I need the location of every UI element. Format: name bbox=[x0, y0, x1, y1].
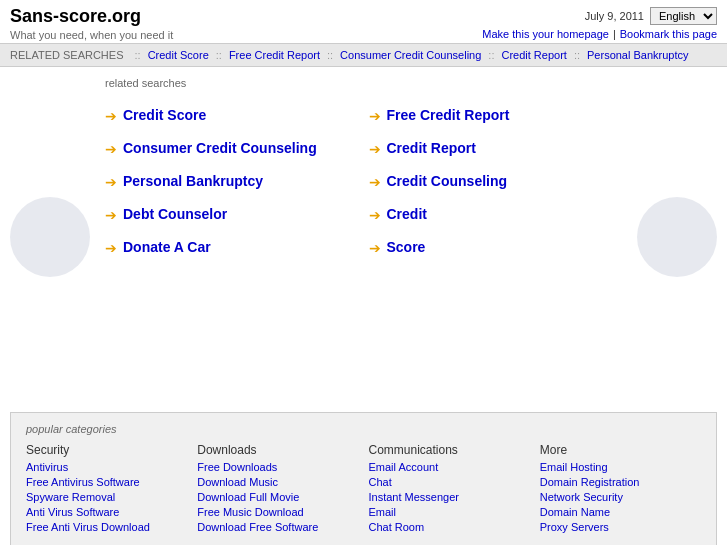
link-consumer-credit-counseling[interactable]: Consumer Credit Counseling bbox=[123, 140, 317, 156]
make-homepage-link[interactable]: Make this your homepage bbox=[482, 28, 609, 40]
deco-left bbox=[0, 67, 100, 407]
main-content: related searches ➔ Credit Score ➔ Free C… bbox=[0, 67, 727, 407]
cat-link-email[interactable]: Email bbox=[369, 506, 530, 518]
sep1: :: bbox=[135, 49, 141, 61]
related-bar-link-2[interactable]: Consumer Credit Counseling bbox=[340, 49, 481, 61]
link-item: ➔ Free Credit Report bbox=[364, 99, 628, 132]
sep5: :: bbox=[574, 49, 580, 61]
cat-link-antivirus-software[interactable]: Anti Virus Software bbox=[26, 506, 187, 518]
cat-link-spyware[interactable]: Spyware Removal bbox=[26, 491, 187, 503]
arrow-icon: ➔ bbox=[369, 240, 381, 256]
center-content: related searches ➔ Credit Score ➔ Free C… bbox=[100, 67, 627, 407]
cat-title-downloads: Downloads bbox=[197, 443, 358, 457]
cat-link-instant-messenger[interactable]: Instant Messenger bbox=[369, 491, 530, 503]
cat-link-free-antivirus[interactable]: Free Antivirus Software bbox=[26, 476, 187, 488]
cat-link-download-software[interactable]: Download Free Software bbox=[197, 521, 358, 533]
link-item: ➔ Credit bbox=[364, 198, 628, 231]
related-bar-link-4[interactable]: Personal Bankruptcy bbox=[587, 49, 689, 61]
arrow-icon: ➔ bbox=[369, 108, 381, 124]
date-text: July 9, 2011 bbox=[585, 10, 644, 22]
link-separator: | bbox=[613, 28, 616, 40]
links-grid: ➔ Credit Score ➔ Free Credit Report ➔ Co… bbox=[100, 99, 627, 264]
top-right: July 9, 2011 English Make this your home… bbox=[482, 7, 717, 40]
related-bar-link-3[interactable]: Credit Report bbox=[501, 49, 566, 61]
related-bar: RELATED SEARCHES :: Credit Score :: Free… bbox=[0, 44, 727, 67]
cat-title-communications: Communications bbox=[369, 443, 530, 457]
link-item: ➔ Donate A Car bbox=[100, 231, 364, 264]
link-item: ➔ Credit Report bbox=[364, 132, 628, 165]
link-donate-a-car[interactable]: Donate A Car bbox=[123, 239, 211, 255]
cat-link-email-hosting[interactable]: Email Hosting bbox=[540, 461, 701, 473]
related-bar-label: RELATED SEARCHES bbox=[10, 49, 124, 61]
date-lang-row: July 9, 2011 English bbox=[585, 7, 717, 25]
sep3: :: bbox=[327, 49, 333, 61]
category-downloads: Downloads Free Downloads Download Music … bbox=[197, 443, 358, 536]
arrow-icon: ➔ bbox=[105, 174, 117, 190]
circle-left bbox=[10, 197, 90, 277]
cat-link-free-anti-virus[interactable]: Free Anti Virus Download bbox=[26, 521, 187, 533]
link-credit[interactable]: Credit bbox=[387, 206, 427, 222]
cat-link-free-music[interactable]: Free Music Download bbox=[197, 506, 358, 518]
link-credit-counseling[interactable]: Credit Counseling bbox=[387, 173, 508, 189]
sep4: :: bbox=[488, 49, 494, 61]
link-item: ➔ Debt Counselor bbox=[100, 198, 364, 231]
cat-link-chat-room[interactable]: Chat Room bbox=[369, 521, 530, 533]
cat-link-download-movie[interactable]: Download Full Movie bbox=[197, 491, 358, 503]
arrow-icon: ➔ bbox=[105, 141, 117, 157]
sep2: :: bbox=[216, 49, 222, 61]
arrow-icon: ➔ bbox=[105, 108, 117, 124]
category-security: Security Antivirus Free Antivirus Softwa… bbox=[26, 443, 187, 536]
deco-right bbox=[627, 67, 727, 407]
bookmark-link[interactable]: Bookmark this page bbox=[620, 28, 717, 40]
link-score[interactable]: Score bbox=[387, 239, 426, 255]
cat-link-network-security[interactable]: Network Security bbox=[540, 491, 701, 503]
cat-title-more: More bbox=[540, 443, 701, 457]
link-item: ➔ Credit Counseling bbox=[364, 165, 628, 198]
site-tagline: What you need, when you need it bbox=[10, 29, 173, 41]
related-searches-label: related searches bbox=[105, 77, 627, 89]
arrow-icon: ➔ bbox=[369, 141, 381, 157]
popular-label: popular categories bbox=[26, 423, 701, 435]
related-bar-link-0[interactable]: Credit Score bbox=[148, 49, 209, 61]
link-credit-score[interactable]: Credit Score bbox=[123, 107, 206, 123]
link-free-credit-report[interactable]: Free Credit Report bbox=[387, 107, 510, 123]
arrow-icon: ➔ bbox=[369, 207, 381, 223]
cat-title-security: Security bbox=[26, 443, 187, 457]
cat-link-email-account[interactable]: Email Account bbox=[369, 461, 530, 473]
cat-link-proxy-servers[interactable]: Proxy Servers bbox=[540, 521, 701, 533]
link-item: ➔ Personal Bankruptcy bbox=[100, 165, 364, 198]
site-info: Sans-score.org What you need, when you n… bbox=[10, 6, 173, 41]
popular-section: popular categories Security Antivirus Fr… bbox=[10, 412, 717, 545]
link-credit-report[interactable]: Credit Report bbox=[387, 140, 476, 156]
cat-link-chat[interactable]: Chat bbox=[369, 476, 530, 488]
category-more: More Email Hosting Domain Registration N… bbox=[540, 443, 701, 536]
categories-grid: Security Antivirus Free Antivirus Softwa… bbox=[26, 443, 701, 536]
top-bar: Sans-score.org What you need, when you n… bbox=[0, 0, 727, 44]
site-title: Sans-score.org bbox=[10, 6, 173, 27]
link-item: ➔ Score bbox=[364, 231, 628, 264]
link-debt-counselor[interactable]: Debt Counselor bbox=[123, 206, 227, 222]
arrow-icon: ➔ bbox=[369, 174, 381, 190]
language-select[interactable]: English bbox=[650, 7, 717, 25]
top-links: Make this your homepage | Bookmark this … bbox=[482, 28, 717, 40]
cat-link-domain-reg[interactable]: Domain Registration bbox=[540, 476, 701, 488]
link-item: ➔ Credit Score bbox=[100, 99, 364, 132]
cat-link-free-downloads[interactable]: Free Downloads bbox=[197, 461, 358, 473]
arrow-icon: ➔ bbox=[105, 207, 117, 223]
cat-link-antivirus[interactable]: Antivirus bbox=[26, 461, 187, 473]
related-bar-link-1[interactable]: Free Credit Report bbox=[229, 49, 320, 61]
circle-right bbox=[637, 197, 717, 277]
cat-link-domain-name[interactable]: Domain Name bbox=[540, 506, 701, 518]
category-communications: Communications Email Account Chat Instan… bbox=[369, 443, 530, 536]
arrow-icon: ➔ bbox=[105, 240, 117, 256]
link-item: ➔ Consumer Credit Counseling bbox=[100, 132, 364, 165]
link-personal-bankruptcy[interactable]: Personal Bankruptcy bbox=[123, 173, 263, 189]
cat-link-download-music[interactable]: Download Music bbox=[197, 476, 358, 488]
